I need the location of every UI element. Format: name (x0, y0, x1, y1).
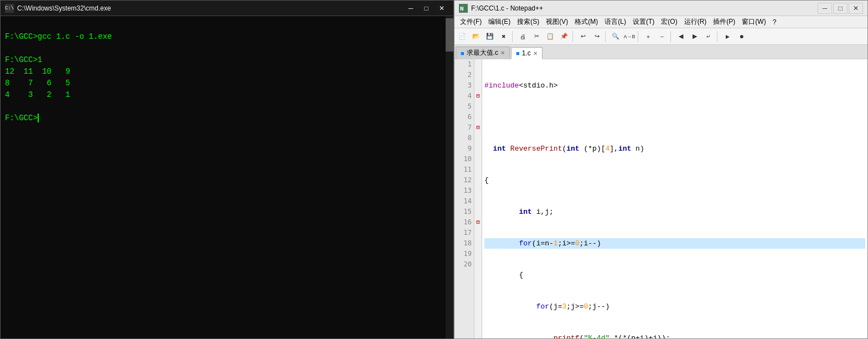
npp-code-area[interactable]: #include<stdio.h> int ReversePrint(int (… (482, 59, 867, 338)
cmd-line-8 (5, 101, 449, 112)
code-line-5: int i,j; (484, 207, 865, 217)
menu-file[interactable]: 文件(F) (457, 16, 485, 28)
cmd-line-2: F:\GCC>gcc 1.c -o 1.exe (5, 31, 449, 43)
toolbar-zoomout[interactable]: − (655, 30, 669, 43)
ln-15: 15 (464, 207, 472, 217)
ln-5: 5 (468, 101, 472, 112)
npp-menubar: 文件(F) 编辑(E) 搜索(S) 视图(V) 格式(M) 语言(L) 设置(T… (454, 16, 867, 28)
menu-window[interactable]: 窗口(W) (738, 16, 769, 28)
toolbar-replace[interactable]: A→B (623, 30, 636, 43)
toolbar-sep5 (670, 31, 673, 42)
code-line-2 (484, 112, 865, 122)
cmd-maximize-button[interactable]: □ (419, 3, 433, 14)
toolbar-zoomin[interactable]: + (642, 30, 655, 43)
fold-16[interactable]: ⊟ (476, 217, 479, 228)
npp-tabs: ■ 求最大值.c ✕ ■ 1.c ✕ (454, 45, 867, 59)
ln-1: 1 (468, 59, 472, 70)
cmd-scrollbar[interactable] (446, 16, 453, 338)
fold-19 (476, 249, 479, 259)
npp-editor[interactable]: 1 2 3 4 5 6 7 8 9 10 11 12 13 14 15 16 1… (454, 59, 867, 338)
fold-7[interactable]: ⊟ (476, 122, 479, 133)
toolbar-copy[interactable]: 📋 (544, 30, 557, 43)
tab-qiuzuida[interactable]: ■ 求最大值.c ✕ (456, 47, 510, 59)
toolbar-indent-l[interactable]: ◀ (674, 30, 688, 43)
cmd-close-button[interactable]: ✕ (435, 3, 449, 14)
toolbar-macro2[interactable]: ⏺ (735, 30, 748, 43)
ln-11: 11 (464, 165, 472, 175)
fold-4[interactable]: ⊟ (476, 91, 479, 101)
fold-10 (476, 154, 479, 165)
cmd-controls: ─ □ ✕ (404, 3, 449, 14)
toolbar-open[interactable]: 📂 (469, 30, 483, 43)
toolbar-find[interactable]: 🔍 (609, 30, 622, 43)
cmd-content[interactable]: F:\GCC>gcc 1.c -o 1.exe F:\GCC>1 12 11 1… (1, 16, 453, 338)
menu-language[interactable]: 语言(L) (601, 16, 629, 28)
svg-text:N: N (460, 6, 464, 12)
fold-13 (476, 186, 479, 196)
cmd-scrollbar-thumb[interactable] (446, 18, 453, 52)
ln-16: 16 (464, 217, 472, 228)
menu-plugins[interactable]: 插件(P) (710, 16, 738, 28)
ln-4: 4 (468, 91, 472, 101)
menu-help[interactable]: ? (769, 16, 780, 28)
code-line-8: for(j=3;j>=0;j--) (484, 301, 865, 312)
menu-search[interactable]: 搜索(S) (514, 16, 542, 28)
tab-label-1: 求最大值.c (467, 48, 498, 58)
fold-17 (476, 228, 479, 238)
toolbar-sep2 (572, 31, 575, 42)
menu-settings[interactable]: 设置(T) (629, 16, 658, 28)
toolbar-indent-r[interactable]: ▶ (688, 30, 701, 43)
toolbar-wrap[interactable]: ↵ (702, 30, 715, 43)
menu-format[interactable]: 格式(M) (571, 16, 601, 28)
fold-14 (476, 196, 479, 207)
toolbar-paste[interactable]: 📌 (557, 30, 571, 43)
menu-view[interactable]: 视图(V) (542, 16, 571, 28)
fold-9 (476, 143, 479, 154)
fold-6 (476, 112, 479, 122)
fold-20 (476, 259, 479, 270)
menu-macro[interactable]: 宏(O) (658, 16, 680, 28)
code-line-3: int ReversePrint(int (*p)[4],int n) (484, 143, 865, 154)
npp-minimize-button[interactable]: ─ (818, 3, 832, 14)
ln-19: 19 (464, 249, 472, 259)
toolbar-print[interactable]: 🖨 (516, 30, 529, 43)
ln-9: 9 (468, 143, 472, 154)
npp-maximize-button[interactable]: □ (833, 3, 848, 14)
menu-run[interactable]: 运行(R) (681, 16, 710, 28)
cmd-titlebar: C:\ C:\Windows\System32\cmd.exe ─ □ ✕ (1, 1, 453, 16)
npp-title: F:\GCC\1.c - Notepad++ (471, 4, 818, 12)
tab-close-1[interactable]: ✕ (500, 50, 505, 56)
code-line-1: #include<stdio.h> (484, 80, 865, 91)
toolbar-cut[interactable]: ✂ (530, 30, 543, 43)
toolbar-save[interactable]: 💾 (483, 30, 497, 43)
toolbar-sep1 (512, 31, 514, 42)
tab-label-2: 1.c (522, 49, 531, 57)
ln-20: 20 (464, 259, 472, 270)
cmd-line-4: F:\GCC>1 (5, 54, 449, 66)
cmd-line-7: 4 3 2 1 (5, 89, 449, 101)
npp-icon: N (459, 4, 468, 13)
toolbar-new[interactable]: 📄 (456, 30, 469, 43)
code-line-7: { (484, 270, 865, 280)
toolbar-undo[interactable]: ↩ (576, 30, 590, 43)
menu-edit[interactable]: 编辑(E) (485, 16, 514, 28)
fold-18 (476, 238, 479, 249)
toolbar-macro1[interactable]: ▶ (721, 30, 734, 43)
toolbar-redo[interactable]: ↪ (590, 30, 603, 43)
tab-1c[interactable]: ■ 1.c ✕ (511, 47, 542, 59)
cmd-line-6: 8 7 6 5 (5, 78, 449, 89)
cmd-line-5: 12 11 10 9 (5, 66, 449, 78)
toolbar-sep3 (605, 31, 607, 42)
toolbar-closeall[interactable]: ✖ (497, 30, 510, 43)
fold-15 (476, 207, 479, 217)
npp-fold-gutter: ⊟ ⊟ ⊟ (474, 59, 482, 338)
npp-close-button[interactable]: ✕ (849, 3, 863, 14)
fold-8 (476, 133, 479, 143)
toolbar-sep4 (638, 31, 640, 42)
fold-2 (476, 70, 479, 80)
ln-3: 3 (468, 80, 472, 91)
npp-line-numbers: 1 2 3 4 5 6 7 8 9 10 11 12 13 14 15 16 1… (454, 59, 474, 338)
tab-close-2[interactable]: ✕ (533, 50, 538, 56)
cmd-minimize-button[interactable]: ─ (404, 3, 418, 14)
tab-icon-1: ■ (461, 50, 464, 56)
